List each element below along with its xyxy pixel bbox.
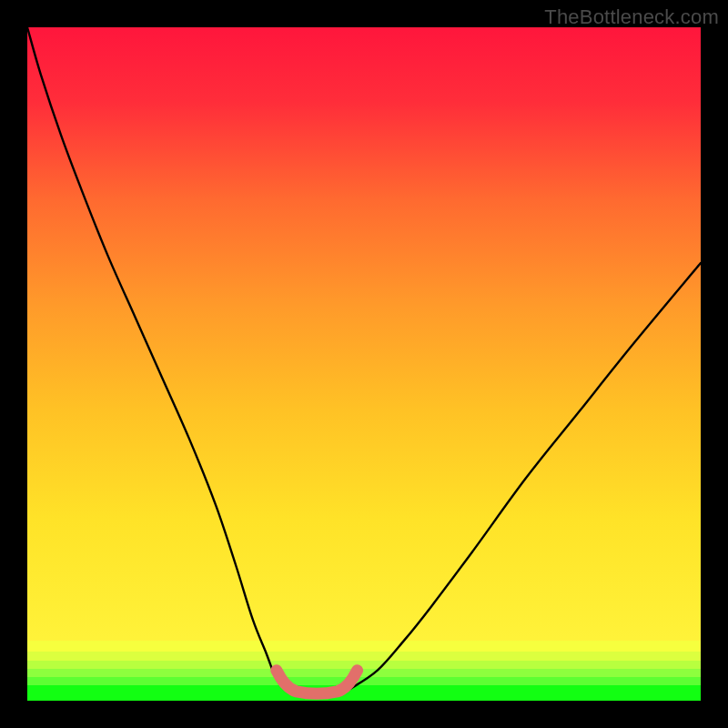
band-4 bbox=[27, 669, 701, 677]
band-1 bbox=[27, 641, 701, 652]
watermark-text: TheBottleneck.com bbox=[544, 5, 719, 29]
chart-stage: TheBottleneck.com bbox=[0, 0, 728, 728]
chart-svg bbox=[0, 0, 728, 728]
band-3 bbox=[27, 661, 701, 669]
plot-area bbox=[27, 27, 701, 701]
band-2 bbox=[27, 652, 701, 661]
gradient-backdrop bbox=[27, 27, 701, 644]
band-6 bbox=[27, 685, 701, 701]
